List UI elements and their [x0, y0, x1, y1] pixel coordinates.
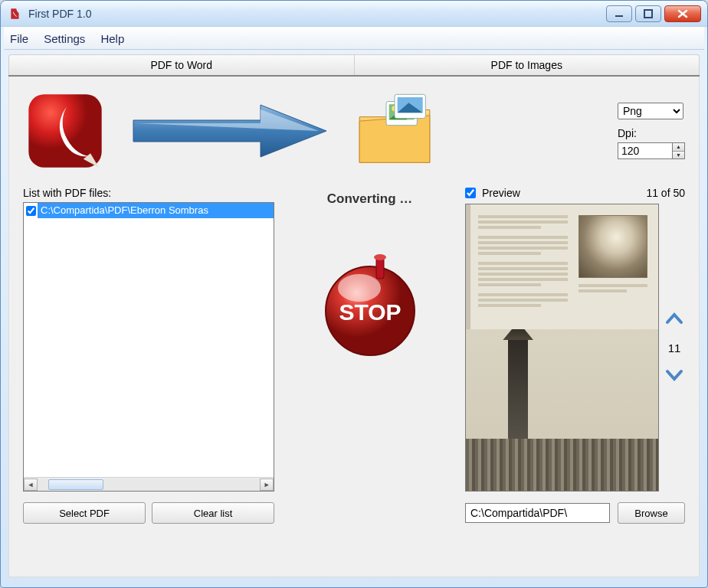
app-icon	[8, 7, 22, 21]
clear-list-button[interactable]: Clear list	[152, 502, 274, 524]
file-list-item[interactable]: C:\Compartida\PDF\Eberron Sombras	[24, 203, 274, 218]
dpi-input[interactable]	[618, 142, 673, 159]
file-item-path[interactable]: C:\Compartida\PDF\Eberron Sombras	[38, 203, 274, 218]
next-page-button[interactable]	[664, 365, 684, 387]
status-column: Converting … STOP	[297, 187, 442, 524]
output-path-input[interactable]	[465, 503, 610, 523]
converting-label: Converting …	[327, 191, 412, 207]
window-title: First PDF 1.0	[28, 8, 91, 20]
stop-button[interactable]: STOP	[316, 253, 424, 360]
content-pane: Png Dpi: ▲ ▼ List with PDF files:	[8, 77, 700, 577]
minimize-button[interactable]	[606, 5, 632, 22]
browse-button[interactable]: Browse	[618, 502, 685, 524]
pdf-icon	[23, 89, 107, 173]
preview-checkbox[interactable]	[465, 188, 476, 198]
svg-marker-3	[133, 105, 326, 157]
tab-pdf-to-word[interactable]: PDF to Word	[8, 54, 355, 75]
app-window: First PDF 1.0 File Settings Help PDF to …	[0, 0, 708, 588]
dpi-down-button[interactable]: ▼	[673, 152, 684, 159]
tab-pdf-to-images[interactable]: PDF to Images	[355, 54, 700, 75]
preview-label: Preview	[482, 187, 520, 199]
file-list-column: List with PDF files: C:\Compartida\PDF\E…	[23, 187, 274, 524]
dpi-up-button[interactable]: ▲	[673, 143, 684, 152]
page-counter: 11 of 50	[646, 187, 685, 199]
preview-page-image	[466, 204, 658, 491]
menu-file[interactable]: File	[10, 32, 28, 45]
select-pdf-button[interactable]: Select PDF	[23, 502, 146, 524]
scroll-thumb[interactable]	[48, 479, 103, 490]
icon-row: Png Dpi: ▲ ▼	[23, 89, 685, 173]
svg-rect-0	[615, 15, 623, 17]
horizontal-scrollbar[interactable]: ◄ ►	[24, 477, 274, 491]
scroll-left-button[interactable]: ◄	[24, 479, 38, 491]
preview-column: Preview 11 of 50	[465, 187, 685, 524]
svg-rect-14	[376, 257, 384, 279]
arrow-right-icon	[130, 100, 329, 162]
format-select[interactable]: Png	[618, 103, 683, 119]
format-options: Png Dpi: ▲ ▼	[618, 103, 685, 159]
scroll-track[interactable]	[38, 479, 260, 491]
maximize-button[interactable]	[635, 5, 661, 22]
file-item-checkbox[interactable]	[24, 204, 38, 217]
scroll-right-button[interactable]: ►	[260, 479, 274, 491]
tab-bar: PDF to Word PDF to Images	[8, 54, 700, 77]
close-button[interactable]	[664, 5, 701, 22]
preview-pane	[465, 204, 659, 492]
stop-label: STOP	[339, 299, 401, 325]
file-list-label: List with PDF files:	[23, 187, 274, 199]
chevron-down-icon	[664, 365, 684, 385]
dpi-spinner: ▲ ▼	[673, 142, 685, 159]
lower-pane: List with PDF files: C:\Compartida\PDF\E…	[23, 187, 685, 524]
menu-help[interactable]: Help	[100, 32, 124, 45]
file-list[interactable]: C:\Compartida\PDF\Eberron Sombras ◄ ►	[23, 202, 274, 492]
dpi-label: Dpi:	[618, 127, 685, 139]
folder-images-icon	[352, 89, 437, 173]
window-controls	[606, 5, 701, 22]
page-nav: 11	[664, 204, 685, 492]
svg-point-13	[338, 274, 381, 302]
menubar: File Settings Help	[4, 27, 704, 50]
chevron-up-icon	[664, 309, 684, 328]
prev-page-button[interactable]	[664, 309, 684, 331]
menu-settings[interactable]: Settings	[44, 32, 85, 45]
svg-rect-1	[644, 10, 652, 18]
titlebar: First PDF 1.0	[1, 1, 707, 27]
current-page: 11	[668, 341, 681, 354]
svg-point-15	[374, 254, 386, 260]
